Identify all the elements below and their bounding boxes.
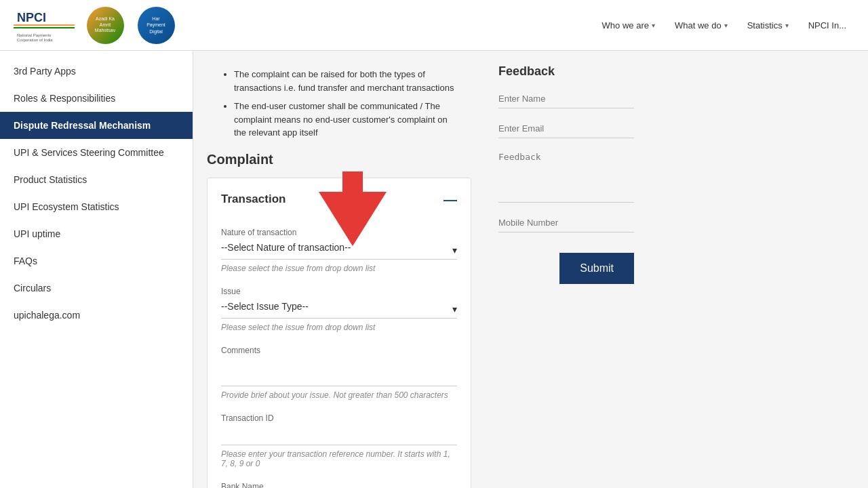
transaction-header: Transaction — [221,192,457,214]
nav-npci-in[interactable]: NPCI In... [800,15,854,36]
complaint-card: Transaction — Nature of transaction --Se… [207,178,471,489]
feedback-section: Feedback Submit [485,51,648,488]
submit-button[interactable]: Submit [559,253,634,284]
issue-hint: Please select the issue from drop down l… [221,323,457,332]
nav-what-we-do[interactable]: What we do ▾ [667,15,736,36]
bank-name-label: Bank Name [221,482,457,489]
complaint-title: Complaint [207,152,471,167]
main-container: 3rd Party Apps Roles & Responsibilities … [0,51,868,488]
chevron-down-icon: ▾ [652,22,655,29]
bullet-item-2: The end-user customer shall be communica… [234,100,458,140]
sidebar-item-3rd-party-apps[interactable]: 3rd Party Apps [0,58,193,85]
npci-logo[interactable]: NPCI National Payments Corporation of In… [14,7,75,44]
logo-area: NPCI National Payments Corporation of In… [14,7,176,44]
sidebar-item-roles-responsibilities[interactable]: Roles & Responsibilities [0,85,193,112]
nav-who-we-are[interactable]: Who we are ▾ [594,15,663,36]
har-payment-logo: HarPaymentDigital [136,7,176,44]
feedback-email-input[interactable] [498,123,634,134]
sidebar-item-dispute-redressal[interactable]: Dispute Redressal Mechanism [0,112,193,139]
transaction-id-input-wrapper [221,427,457,445]
comments-input-wrapper [221,359,457,386]
content-area: The complaint can be raised for both the… [193,51,868,488]
sidebar-item-upichalega[interactable]: upichalega.com [0,302,193,329]
comments-group: Comments Provide brief about your issue.… [221,346,457,400]
bullet-text-area: The complaint can be raised for both the… [207,64,471,152]
nature-of-transaction-group: Nature of transaction --Select Nature of… [221,228,457,273]
sidebar-item-circulars[interactable]: Circulars [0,274,193,302]
header: NPCI National Payments Corporation of In… [0,0,868,51]
issue-select-wrapper: --Select Issue Type-- ▾ [221,300,457,319]
comments-label: Comments [221,346,457,355]
nature-of-transaction-select[interactable]: --Select Nature of transaction-- [221,242,457,253]
svg-text:NPCI: NPCI [17,11,46,24]
name-input-wrapper [498,92,634,108]
chevron-down-icon: ▾ [724,22,728,29]
issue-label: Issue [221,287,457,296]
nature-hint: Please select the issue from drop down l… [221,264,457,273]
transaction-id-input[interactable] [221,428,457,439]
nature-label: Nature of transaction [221,228,457,237]
nature-select-wrapper: --Select Nature of transaction-- ▾ [221,241,457,260]
email-input-wrapper [498,122,634,138]
azadi-logo: Azadi KaAmritMahotsav [81,7,129,44]
feedback-textarea[interactable] [498,152,634,172]
transaction-id-label: Transaction ID [221,413,457,423]
har-payment-badge: HarPaymentDigital [138,7,175,44]
transaction-id-group: Transaction ID Please enter your transac… [221,413,457,468]
feedback-textarea-wrapper [498,152,634,203]
bullet-item-1: The complaint can be raised for both the… [234,68,458,94]
comments-hint: Provide brief about your issue. Not grea… [221,390,457,400]
mobile-input-wrapper [498,216,634,232]
sidebar-item-upi-ecosystem-statistics[interactable]: UPI Ecosystem Statistics [0,193,193,220]
issue-group: Issue --Select Issue Type-- ▾ Please sel… [221,287,457,332]
feedback-mobile-input[interactable] [498,218,634,228]
sidebar-item-upi-uptime[interactable]: UPI uptime [0,220,193,247]
sidebar-item-faqs[interactable]: FAQs [0,247,193,274]
header-nav: Who we are ▾ What we do ▾ Statistics ▾ N… [594,15,854,36]
collapse-button[interactable]: — [443,192,457,207]
svg-rect-4 [14,27,75,28]
svg-rect-2 [14,24,75,26]
svg-text:National Payments: National Payments [17,33,51,37]
svg-rect-3 [14,26,75,27]
nav-statistics[interactable]: Statistics ▾ [739,15,797,36]
transaction-id-hint: Please enter your transaction reference … [221,449,457,468]
issue-type-select[interactable]: --Select Issue Type-- [221,301,457,312]
svg-text:Corporation of India: Corporation of India [17,38,53,42]
chevron-down-icon: ▾ [785,22,789,29]
sidebar-item-product-statistics[interactable]: Product Statistics [0,166,193,193]
transaction-title: Transaction [221,192,285,206]
feedback-name-input[interactable] [498,94,634,104]
sidebar: 3rd Party Apps Roles & Responsibilities … [0,51,193,488]
comments-input[interactable] [221,360,457,371]
feedback-title: Feedback [498,64,634,79]
sidebar-item-upi-services-steering[interactable]: UPI & Services Steering Committee [0,139,193,166]
bank-name-group: Bank Name --Select Bank Name-- ▾ [221,482,457,489]
complaint-section: The complaint can be raised for both the… [193,51,485,488]
azadi-badge: Azadi KaAmritMahotsav [87,7,124,44]
